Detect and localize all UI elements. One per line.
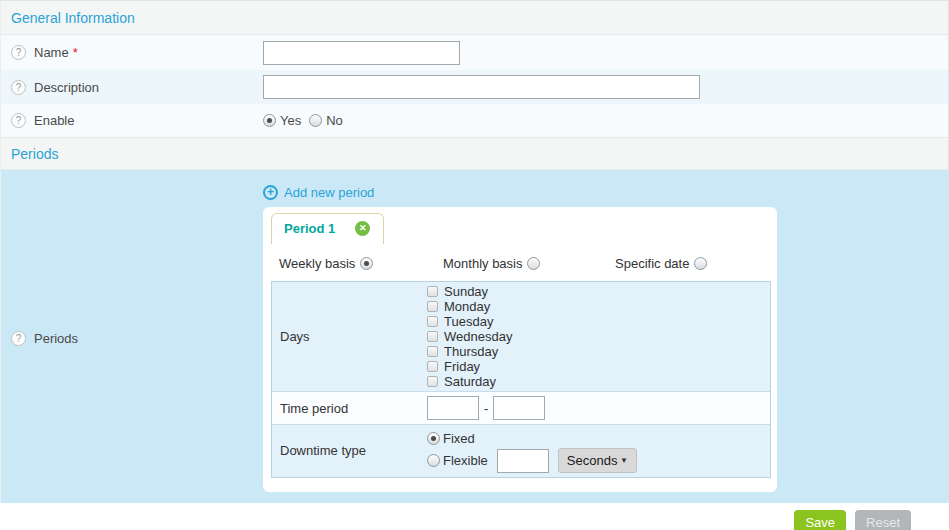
time-period-row: Time period - [272,391,770,424]
downtime-type-label: Downtime type [272,428,427,473]
time-separator: - [484,401,488,416]
duration-unit-value: Seconds [567,453,618,468]
day-option: Thursday [427,344,512,359]
periods-label: Periods [34,331,78,346]
tuesday-label: Tuesday [444,314,493,329]
basis-options-row: Weekly basis Monthly basis Specific date [263,244,777,280]
description-input[interactable] [263,75,700,99]
weekly-basis-label: Weekly basis [279,256,355,271]
flexible-label: Flexible [443,453,488,468]
periods-label-cell: ? Periods [1,184,263,492]
enable-no-radio[interactable] [309,114,322,127]
form-row-description: ? Description [1,70,948,104]
monthly-basis-label: Monthly basis [443,256,522,271]
required-mark: * [73,45,78,60]
enable-label-cell: ? Enable [1,113,263,128]
thursday-checkbox[interactable] [427,346,438,357]
day-option: Saturday [427,374,512,389]
monday-checkbox[interactable] [427,301,438,312]
sunday-label: Sunday [444,284,488,299]
flexible-radio[interactable] [427,454,440,467]
days-label: Days [272,284,427,389]
wednesday-checkbox[interactable] [427,331,438,342]
help-icon[interactable]: ? [11,113,26,128]
fixed-radio[interactable] [427,432,440,445]
add-circle-icon: + [263,185,278,200]
specific-date-label: Specific date [615,256,689,271]
downtime-type-controls: Fixed Flexible Seconds ▼ [427,428,637,473]
time-start-input[interactable] [427,396,479,420]
help-icon[interactable]: ? [11,80,26,95]
days-row: Days Sunday Monday [272,282,770,391]
name-label: Name [34,45,69,60]
help-icon[interactable]: ? [11,331,26,346]
friday-checkbox[interactable] [427,361,438,372]
tab-period-1-title: Period 1 [284,221,335,236]
periods-row: ? Periods + Add new period Period 1 ✕ We… [1,170,948,503]
specific-date-radio[interactable] [694,257,707,270]
weekly-basis-radio[interactable] [360,257,373,270]
days-checkbox-list: Sunday Monday Tuesday [427,284,512,389]
reset-button[interactable]: Reset [855,510,911,530]
thursday-label: Thursday [444,344,498,359]
downtime-type-row: Downtime type Fixed Flexible [272,424,770,477]
period-tab-bar: Period 1 ✕ [263,213,777,244]
day-option: Monday [427,299,512,314]
saturday-checkbox[interactable] [427,376,438,387]
description-label-cell: ? Description [1,80,263,95]
enable-yes-label: Yes [280,113,301,128]
add-new-period-link[interactable]: + Add new period [263,185,948,200]
saturday-label: Saturday [444,374,496,389]
sunday-checkbox[interactable] [427,286,438,297]
duration-unit-select[interactable]: Seconds ▼ [558,448,637,473]
friday-label: Friday [444,359,480,374]
section-header-general: General Information [1,1,948,35]
day-option: Friday [427,359,512,374]
day-option: Tuesday [427,314,512,329]
enable-label: Enable [34,113,74,128]
period-settings-box: Days Sunday Monday [271,281,771,478]
tab-period-1[interactable]: Period 1 ✕ [271,213,384,244]
wednesday-label: Wednesday [444,329,512,344]
enable-yes-radio[interactable] [263,114,276,127]
chevron-down-icon: ▼ [620,456,628,465]
day-option: Sunday [427,284,512,299]
time-period-label: Time period [272,401,427,416]
form-row-name: ? Name * [1,35,948,70]
close-icon[interactable]: ✕ [355,221,370,236]
flexible-duration-input[interactable] [497,449,549,473]
fixed-label: Fixed [443,431,475,446]
monthly-basis-radio[interactable] [527,257,540,270]
add-new-period-label: Add new period [284,185,374,200]
save-button[interactable]: Save [794,510,846,530]
period-panel: Period 1 ✕ Weekly basis Monthly basis Sp… [263,207,777,492]
tuesday-checkbox[interactable] [427,316,438,327]
name-input[interactable] [263,41,460,65]
monday-label: Monday [444,299,490,314]
downtime-form: General Information ? Name * ? Descripti… [0,0,949,503]
description-label: Description [34,80,99,95]
periods-content: + Add new period Period 1 ✕ Weekly basis [263,184,948,492]
time-end-input[interactable] [493,396,545,420]
enable-no-label: No [326,113,343,128]
form-row-enable: ? Enable Yes No [1,104,948,137]
day-option: Wednesday [427,329,512,344]
name-label-cell: ? Name * [1,45,263,60]
help-icon[interactable]: ? [11,45,26,60]
form-footer: Save Reset [0,503,949,530]
section-header-periods: Periods [1,137,948,170]
